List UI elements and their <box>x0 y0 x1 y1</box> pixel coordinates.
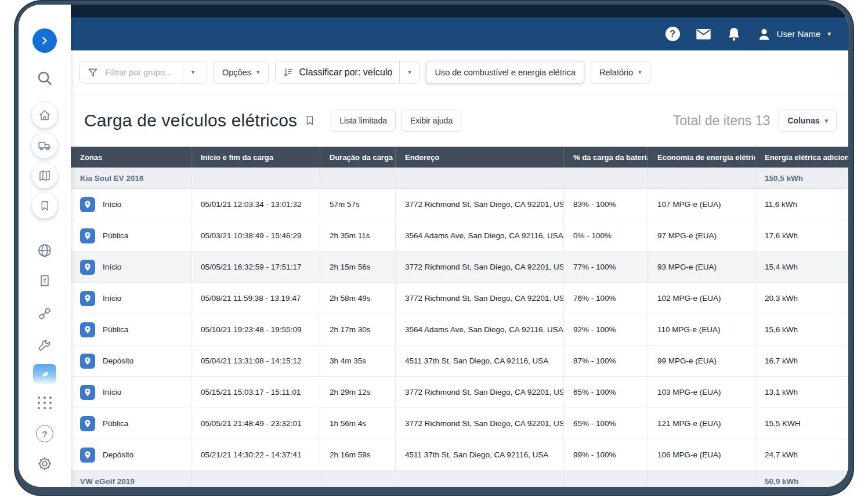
sidebar-item-home[interactable] <box>32 103 57 128</box>
zone-label: Pública <box>103 419 128 428</box>
report-button[interactable]: Relatório ▾ <box>591 61 650 83</box>
energy-economy-cell: 102 MPG-e (EUA) <box>648 283 755 314</box>
ev-charging-table: ZonasInício e fim da cargaDuração da car… <box>71 147 848 487</box>
group-name: VW eGolf 2019 <box>71 471 191 487</box>
group-spacer <box>320 471 396 487</box>
column-header-6[interactable]: Energia elétrica adicionada <box>755 147 848 168</box>
group-spacer <box>648 471 755 487</box>
group-spacer <box>320 168 396 188</box>
link-connector-icon <box>37 305 53 322</box>
charge-duration-cell: 2h 16m 59s <box>320 439 396 470</box>
options-label: Opções <box>222 68 251 77</box>
sort-caret[interactable]: ▾ <box>399 61 419 83</box>
chevron-right-icon <box>40 36 49 45</box>
table-row[interactable]: Depósito05/04/21 13:31:08 - 14:15:123h 4… <box>71 345 848 377</box>
energy-added-cell: 16,7 kWh <box>755 345 848 376</box>
energy-economy-cell: 97 MPG-e (EUA) <box>648 220 755 251</box>
show-help-label: Exibir ajuda <box>410 116 453 125</box>
globe-icon <box>37 242 53 259</box>
sort-control[interactable]: Classificar por: veículo ▾ <box>275 61 420 83</box>
sidebar-item-settings[interactable] <box>36 455 53 472</box>
table-row[interactable]: Início05/01/21 12:03:34 - 13:01:3257m 57… <box>71 189 848 220</box>
columns-button[interactable]: Colunas ▾ <box>779 110 837 132</box>
help-button[interactable]: ? <box>666 27 680 41</box>
sidebar-item-web[interactable] <box>37 242 53 259</box>
options-button[interactable]: Opções ▾ <box>214 61 269 83</box>
zone-cell: Início <box>71 252 191 282</box>
energy-added-cell: 15,4 kWh <box>755 252 848 282</box>
energy-added-cell: 11,6 kWh <box>755 189 848 220</box>
column-header-2[interactable]: Duração da carga <box>320 147 396 168</box>
energy-economy-cell: 99 MPG-e (EUA) <box>648 345 755 376</box>
table-row[interactable]: Início05/08/21 11:59:38 - 13:19:472h 58m… <box>71 283 848 314</box>
table-body: Kia Soul EV 2016150,5 kWhInício05/01/21 … <box>71 168 848 487</box>
table-row[interactable]: Pública05/05/21 21:48:49 - 23:32:011h 56… <box>71 408 848 439</box>
page-header: Carga de veículos elétricos Lista limita… <box>71 94 848 147</box>
table-row[interactable]: Início05/15/21 15:03:17 - 15:11:012h 29m… <box>71 377 848 408</box>
limited-list-label: Lista limitada <box>339 116 387 125</box>
total-items-count: Total de itens 13 <box>673 113 771 129</box>
chevron-down-icon: ▾ <box>827 31 831 37</box>
sidebar-item-maintenance[interactable] <box>37 337 53 354</box>
sidebar-help-button[interactable]: ? <box>36 425 53 442</box>
address-cell: 3772 Richmond St, San Diego, CA 92201, U… <box>396 283 564 314</box>
battery-percent-cell: 77% - 100% <box>564 252 648 282</box>
search-icon[interactable] <box>36 70 53 87</box>
energy-added-cell: 17,6 kWh <box>755 220 848 251</box>
group-spacer <box>564 168 648 188</box>
favorite-bookmark-icon[interactable] <box>304 114 316 128</box>
show-help-button[interactable]: Exibir ajuda <box>402 110 461 132</box>
energy-economy-cell: 121 MPG-e (EUA) <box>648 408 755 439</box>
fuel-energy-usage-button[interactable]: Uso de combustível e energia elétrica <box>426 61 584 83</box>
table-header-row: ZonasInício e fim da cargaDuração da car… <box>71 147 848 168</box>
group-filter-input[interactable] <box>104 67 176 78</box>
energy-added-cell: 24,7 kWh <box>755 439 848 470</box>
apps-grid-icon[interactable] <box>36 395 53 410</box>
map-icon <box>38 169 52 183</box>
charge-duration-cell: 2h 17m 30s <box>320 314 396 345</box>
address-cell: 3772 Richmond St, San Diego, CA 92201, U… <box>396 252 564 282</box>
zone-cell: Início <box>71 377 191 408</box>
user-menu[interactable]: User Name ▾ <box>757 27 831 42</box>
messages-button[interactable] <box>696 28 711 40</box>
location-pin-icon <box>80 228 95 243</box>
address-cell: 4511 37th St, San Diego, CA 92116, USA <box>396 345 564 376</box>
charge-period-cell: 05/15/21 15:03:17 - 15:11:01 <box>191 377 320 408</box>
energy-added-cell: 13,1 kWh <box>755 377 848 408</box>
column-header-0[interactable]: Zonas <box>71 147 191 168</box>
sidebar-item-map[interactable] <box>32 163 57 188</box>
group-spacer <box>191 168 320 188</box>
zone-label: Início <box>103 388 121 396</box>
table-row[interactable]: Depósito05/21/21 14:30:22 - 14:37:412h 1… <box>71 439 848 471</box>
column-header-3[interactable]: Endereço <box>396 147 564 168</box>
group-filter-caret[interactable]: ▾ <box>183 61 202 83</box>
limited-list-button[interactable]: Lista limitada <box>331 110 396 132</box>
report-label: Relatório <box>599 68 633 77</box>
receipt-check-icon <box>37 274 52 289</box>
sidebar-item-eco-active[interactable] <box>33 364 56 384</box>
sidebar-item-sensors[interactable] <box>37 305 53 322</box>
table-row[interactable]: Pública05/10/21 19:23:48 - 19:55:092h 17… <box>71 314 848 345</box>
energy-economy-cell: 106 MPG-e (EUA) <box>648 439 755 470</box>
table-row[interactable]: Pública05/03/21 10:38:49 - 15:46:292h 35… <box>71 220 848 252</box>
energy-economy-cell: 110 MPG-e (EUA) <box>648 314 755 345</box>
group-filter[interactable]: ▾ <box>79 61 207 83</box>
column-header-1[interactable]: Início e fim da carga <box>191 147 320 168</box>
filter-toolbar: ▾ Opções ▾ Classificar por: veículo <box>71 50 848 94</box>
charge-duration-cell: 2h 15m 56s <box>320 252 396 282</box>
bell-icon <box>727 27 741 42</box>
charge-duration-cell: 2h 35m 11s <box>320 220 396 251</box>
column-header-4[interactable]: % da carga da bateria <box>564 147 648 168</box>
table-row[interactable]: Início05/05/21 16:32:59 - 17:51:172h 15m… <box>71 252 848 283</box>
battery-percent-cell: 65% - 100% <box>564 377 648 408</box>
column-header-5[interactable]: Economia de energia elétrica <box>648 147 755 168</box>
group-row: VW eGolf 201950,9 kWh <box>71 471 848 487</box>
battery-percent-cell: 87% - 100% <box>564 345 648 376</box>
battery-percent-cell: 83% - 100% <box>564 189 648 220</box>
sidebar-item-bookmarks[interactable] <box>32 193 57 219</box>
sidebar-expand-button[interactable] <box>32 28 57 53</box>
energy-added-cell: 15,5 KWH <box>755 408 848 439</box>
notifications-button[interactable] <box>727 27 741 42</box>
sidebar-item-vehicles[interactable] <box>32 133 57 158</box>
sidebar-item-tasks[interactable] <box>37 274 52 289</box>
